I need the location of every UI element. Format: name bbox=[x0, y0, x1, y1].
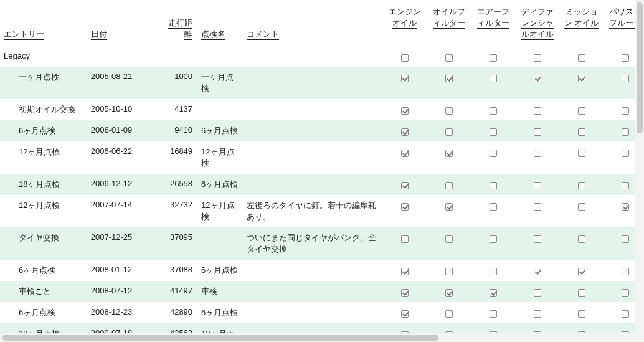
checkbox-icon[interactable] bbox=[445, 128, 453, 136]
table-viewport[interactable]: エントリー 日付 走行距離 点検名 コメント エンジンオイル オイルフィルター … bbox=[0, 0, 644, 342]
col-comment[interactable]: コメント bbox=[243, 0, 382, 46]
table-row[interactable]: 6ヶ月点検2006-01-0994106ヶ月点検 bbox=[0, 120, 644, 141]
checkbox-icon[interactable] bbox=[578, 235, 585, 243]
checkbox-icon[interactable] bbox=[445, 182, 453, 189]
checkbox-icon[interactable] bbox=[578, 203, 585, 211]
checkbox-icon[interactable] bbox=[578, 150, 585, 157]
checkbox-icon[interactable] bbox=[401, 107, 409, 115]
table-row[interactable]: Legacy bbox=[0, 46, 644, 67]
vertical-scrollbar[interactable] bbox=[635, 0, 644, 342]
checkbox-icon[interactable] bbox=[622, 128, 629, 136]
table-row[interactable]: 一ヶ月点検2005-08-211000一ヶ月点検 bbox=[0, 67, 644, 99]
cell-comment bbox=[243, 260, 382, 281]
col-air-filter[interactable]: エアーフィルター bbox=[471, 0, 515, 46]
checkbox-icon[interactable] bbox=[534, 128, 541, 136]
col-entry[interactable]: エントリー bbox=[0, 0, 87, 46]
checkbox-icon[interactable] bbox=[490, 128, 497, 136]
checkbox-icon[interactable] bbox=[490, 203, 497, 211]
checkbox-icon[interactable] bbox=[622, 310, 629, 318]
table-row[interactable]: 18ヶ月点検2006-12-12265586ヶ月点検 bbox=[0, 174, 644, 195]
cell-checkbox bbox=[427, 141, 471, 174]
table-row[interactable]: 車検ごと2008-07-1241497車検 bbox=[0, 281, 644, 302]
checkbox-icon[interactable] bbox=[578, 310, 585, 318]
table-row[interactable]: 12ヶ月点検2007-07-143273212ヶ月点検左後ろのタイヤに釘。若干の… bbox=[0, 195, 644, 227]
checkbox-icon[interactable] bbox=[490, 289, 497, 297]
checkbox-icon[interactable] bbox=[578, 268, 585, 275]
checkbox-icon[interactable] bbox=[401, 54, 409, 62]
checkbox-icon[interactable] bbox=[445, 107, 453, 115]
checkbox-icon[interactable] bbox=[534, 289, 541, 297]
col-oil-filter[interactable]: オイルフィルター bbox=[427, 0, 471, 46]
checkbox-icon[interactable] bbox=[622, 203, 629, 211]
cell-date: 2007-12-25 bbox=[87, 227, 159, 260]
checkbox-icon[interactable] bbox=[445, 268, 453, 275]
checkbox-icon[interactable] bbox=[578, 289, 585, 297]
checkbox-icon[interactable] bbox=[401, 268, 409, 275]
vertical-scrollbar-thumb[interactable] bbox=[637, 2, 643, 133]
checkbox-icon[interactable] bbox=[622, 182, 629, 189]
checkbox-icon[interactable] bbox=[622, 268, 629, 275]
col-engine-oil[interactable]: エンジンオイル bbox=[382, 0, 427, 46]
col-distance[interactable]: 走行距離 bbox=[159, 0, 198, 46]
checkbox-icon[interactable] bbox=[578, 54, 585, 62]
horizontal-scrollbar-thumb[interactable] bbox=[2, 335, 438, 341]
checkbox-icon[interactable] bbox=[401, 310, 409, 318]
col-check-name[interactable]: 点検名 bbox=[197, 0, 243, 46]
checkbox-icon[interactable] bbox=[578, 75, 585, 82]
table-row[interactable]: 初期オイル交換2005-10-104137 bbox=[0, 99, 644, 120]
checkbox-icon[interactable] bbox=[490, 310, 497, 318]
table-row[interactable]: 6ヶ月点検2008-01-12370886ヶ月点検 bbox=[0, 260, 644, 281]
checkbox-icon[interactable] bbox=[534, 310, 541, 318]
checkbox-icon[interactable] bbox=[534, 182, 541, 189]
col-diff-oil[interactable]: ディファレンシャルオイル bbox=[515, 0, 559, 46]
checkbox-icon[interactable] bbox=[445, 203, 453, 211]
table-row[interactable]: タイヤ交換2007-12-2537095ついにまた同じタイヤがパンク。全タイヤ交… bbox=[0, 227, 644, 260]
checkbox-icon[interactable] bbox=[401, 235, 409, 243]
checkbox-icon[interactable] bbox=[401, 289, 409, 297]
col-mission-oil[interactable]: ミッション オイル bbox=[559, 0, 604, 46]
checkbox-icon[interactable] bbox=[490, 182, 497, 189]
checkbox-icon[interactable] bbox=[490, 54, 497, 62]
checkbox-icon[interactable] bbox=[578, 107, 585, 115]
checkbox-icon[interactable] bbox=[534, 54, 541, 62]
checkbox-icon[interactable] bbox=[534, 235, 541, 243]
checkbox-icon[interactable] bbox=[622, 54, 629, 62]
checkbox-icon[interactable] bbox=[401, 150, 409, 157]
checkbox-icon[interactable] bbox=[534, 107, 541, 115]
checkbox-icon[interactable] bbox=[534, 268, 541, 275]
checkbox-icon[interactable] bbox=[490, 107, 497, 115]
checkbox-icon[interactable] bbox=[445, 54, 453, 62]
checkbox-icon[interactable] bbox=[622, 150, 629, 157]
checkbox-icon[interactable] bbox=[622, 289, 629, 297]
checkbox-icon[interactable] bbox=[534, 150, 541, 157]
checkbox-icon[interactable] bbox=[490, 235, 497, 243]
checkbox-icon[interactable] bbox=[622, 75, 629, 82]
checkbox-icon[interactable] bbox=[445, 235, 453, 243]
checkbox-icon[interactable] bbox=[622, 235, 629, 243]
checkbox-icon[interactable] bbox=[490, 268, 497, 275]
checkbox-icon[interactable] bbox=[401, 203, 409, 211]
cell-checkbox bbox=[471, 120, 515, 141]
checkbox-icon[interactable] bbox=[401, 75, 409, 82]
col-date[interactable]: 日付 bbox=[87, 0, 159, 46]
cell-distance: 1000 bbox=[159, 67, 198, 99]
horizontal-scrollbar[interactable] bbox=[0, 333, 635, 342]
checkbox-icon[interactable] bbox=[445, 150, 453, 157]
checkbox-icon[interactable] bbox=[578, 128, 585, 136]
checkbox-icon[interactable] bbox=[490, 150, 497, 157]
table-row[interactable]: 12ヶ月点検2006-06-221684912ヶ月点検 bbox=[0, 141, 644, 174]
cell-check-name: 一ヶ月点検 bbox=[197, 67, 243, 99]
table-row[interactable]: 6ヶ月点検2008-12-23428906ヶ月点検 bbox=[0, 302, 644, 323]
checkbox-icon[interactable] bbox=[445, 75, 453, 82]
checkbox-icon[interactable] bbox=[401, 182, 409, 189]
checkbox-icon[interactable] bbox=[622, 107, 629, 115]
cell-checkbox bbox=[559, 120, 604, 141]
checkbox-icon[interactable] bbox=[534, 203, 541, 211]
checkbox-icon[interactable] bbox=[578, 182, 585, 189]
cell-comment bbox=[243, 120, 382, 141]
checkbox-icon[interactable] bbox=[490, 75, 497, 82]
checkbox-icon[interactable] bbox=[534, 75, 541, 82]
checkbox-icon[interactable] bbox=[401, 128, 409, 136]
checkbox-icon[interactable] bbox=[445, 289, 453, 297]
checkbox-icon[interactable] bbox=[445, 310, 453, 318]
